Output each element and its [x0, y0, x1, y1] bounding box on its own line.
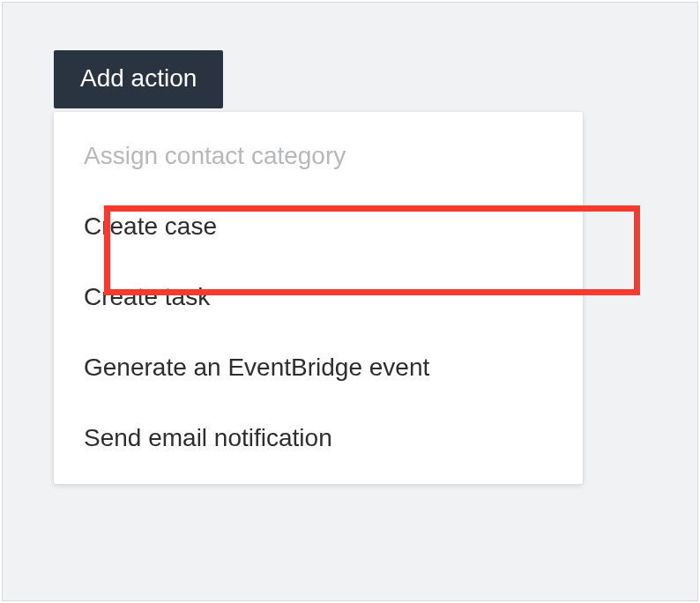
action-dropdown-menu: Assign contact category Create case Crea… [54, 112, 583, 484]
page-background: Add action Assign contact category Creat… [2, 2, 698, 601]
menu-item-generate-eventbridge-event[interactable]: Generate an EventBridge event [54, 332, 583, 403]
menu-item-send-email-notification[interactable]: Send email notification [54, 403, 583, 473]
menu-item-create-case[interactable]: Create case [54, 191, 583, 262]
add-action-button[interactable]: Add action [54, 50, 223, 108]
menu-item-create-task[interactable]: Create task [54, 262, 583, 332]
menu-item-assign-contact-category: Assign contact category [54, 121, 583, 191]
dropdown-container: Add action Assign contact category Creat… [54, 50, 223, 108]
